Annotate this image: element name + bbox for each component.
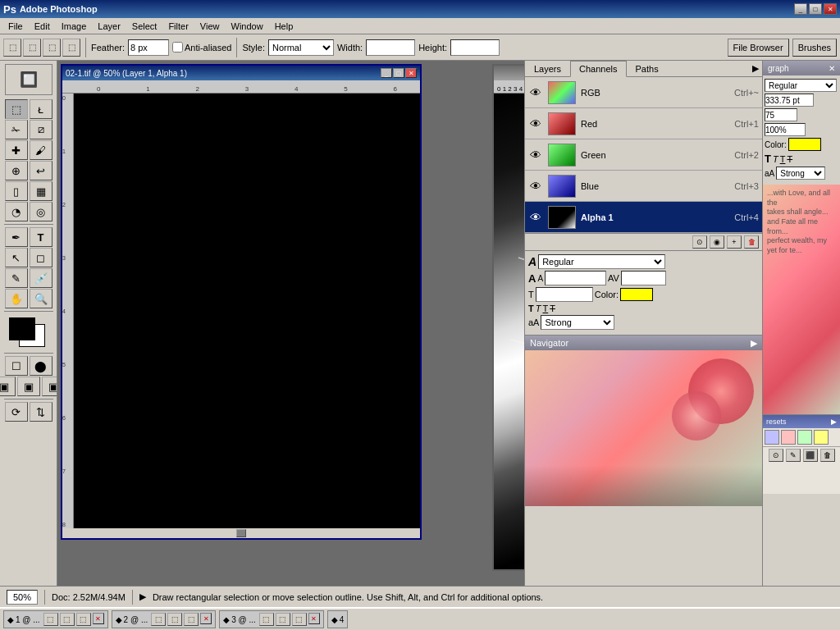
channel-row-blue[interactable]: 👁 Blue Ctrl+3 [525,171,762,202]
crop-tool[interactable]: ✁ [5,120,28,139]
frp-close[interactable]: ✕ [829,64,835,73]
taskbar-item-1[interactable]: ◆ 1 @ ... ⬚ ⬚ ⬚ ✕ [3,610,108,628]
doc-maximize[interactable]: □ [393,68,404,78]
channel-row-red[interactable]: 👁 Red Ctrl+1 [525,108,762,139]
frp-aa-select[interactable]: Strong [776,167,825,180]
scale-input[interactable]: 100% [536,287,593,302]
channel-row-green[interactable]: 👁 Green Ctrl+2 [525,139,762,171]
antialiasing-select[interactable]: Strong Smooth Crisp Sharp [541,315,614,330]
task-btn-2a[interactable]: ⬚ [151,613,166,626]
marquee-tool[interactable]: ⬚ [5,99,28,119]
quickmask-mode[interactable]: ⬤ [30,356,52,376]
font-size-input[interactable]: 333.75 pt [545,271,606,285]
extra-tool-1[interactable]: ⟳ [5,402,28,422]
taskbar-item-2[interactable]: ◆ 2 @ ... ⬚ ⬚ ⬚ ✕ [112,610,217,628]
extra-tool-2[interactable]: ⇅ [30,402,52,422]
task-close-1[interactable]: ✕ [93,613,104,624]
task-btn-3a[interactable]: ⬚ [259,613,274,626]
screen-mode-2[interactable]: ▣ [17,377,40,396]
color-selector[interactable] [9,317,48,350]
save-selection-btn[interactable]: ◉ [710,235,724,249]
brushes-button[interactable]: Brushes [792,39,837,57]
style-select[interactable]: Normal Fixed Ratio Fixed Size [268,39,334,56]
panel-menu-arrow[interactable]: ▶ [749,61,762,76]
tab-layers[interactable]: Layers [525,61,570,76]
task-btn-1c[interactable]: ⬚ [76,613,91,626]
brush-tool[interactable]: 🖌 [30,140,52,160]
screen-mode-3[interactable]: ▣ [42,377,58,396]
close-button[interactable]: ✕ [824,3,837,15]
channel-row-alpha[interactable]: 👁 Alpha 1 Ctrl+4 [525,202,762,233]
text-tool[interactable]: T [30,227,52,247]
channel-row-rgb[interactable]: 👁 RGB Ctrl+~ [525,77,762,108]
preset-item-4[interactable] [814,430,829,445]
tab-paths[interactable]: Paths [627,61,668,76]
delete-channel-btn[interactable]: 🗑 [744,235,759,249]
preset-arrow[interactable]: ▶ [831,418,837,426]
hand-tool[interactable]: ✋ [5,289,28,308]
zoom-tool[interactable]: 🔍 [30,289,52,308]
minimize-button[interactable]: _ [794,3,807,15]
visibility-green[interactable]: 👁 [528,148,543,162]
doc-canvas-primary[interactable] [74,94,420,528]
preset-btn-1[interactable]: ⊙ [769,449,783,462]
tool-preset-btn-2[interactable]: ⬚ [23,39,41,57]
font-family-select[interactable]: Regular [538,254,665,269]
task-btn-3b[interactable]: ⬚ [276,613,290,626]
slice-tool[interactable]: ⧄ [30,120,52,139]
menu-help[interactable]: Help [270,20,299,33]
load-channel-btn[interactable]: ⊙ [692,235,707,249]
visibility-alpha[interactable]: 👁 [528,211,543,224]
h-scroll-thumb[interactable] [236,529,246,537]
antialiased-checkbox[interactable] [172,42,183,52]
standard-mode[interactable]: ☐ [5,356,28,376]
doc2-canvas[interactable]: 乌色制作 DPA BBS·EP [494,94,524,569]
task-btn-2c[interactable]: ⬚ [184,613,199,626]
height-input[interactable] [450,39,500,56]
tool-preset-btn-1[interactable]: ⬚ [3,39,21,57]
preset-btn-3[interactable]: ⬛ [803,449,818,462]
graph-size-input[interactable] [765,94,814,107]
menu-edit[interactable]: Edit [30,20,55,33]
new-channel-btn[interactable]: + [727,235,742,249]
preset-btn-2[interactable]: ✎ [786,449,801,462]
tool-preset-btn-4[interactable]: ⬚ [62,39,80,57]
preset-item-1[interactable] [765,430,779,445]
foreground-color[interactable] [9,317,35,340]
visibility-rgb[interactable]: 👁 [528,86,543,99]
maximize-button[interactable]: □ [809,3,822,15]
sub-panel-arrow[interactable]: ▶ [751,338,757,349]
preset-item-2[interactable] [781,430,796,445]
file-browser-button[interactable]: File Browser [728,39,789,57]
tab-channels[interactable]: Channels [570,61,626,77]
menu-window[interactable]: Window [226,20,268,33]
pen-tool[interactable]: ✒ [5,227,28,247]
gradient-tool[interactable]: ▦ [30,181,52,201]
feather-input[interactable] [128,39,169,56]
screen-mode-1[interactable]: ▣ [0,377,16,396]
task-btn-1b[interactable]: ⬚ [60,613,75,626]
task-close-3[interactable]: ✕ [308,613,320,624]
task-close-2[interactable]: ✕ [200,613,212,624]
visibility-blue[interactable]: 👁 [528,180,543,193]
graph-style-select[interactable]: Regular [765,79,837,92]
task-btn-1a[interactable]: ⬚ [43,613,58,626]
kerning-input[interactable]: 75 [621,271,666,285]
graph-pct-input[interactable] [765,123,806,136]
menu-file[interactable]: File [3,20,28,33]
frp-color-swatch[interactable] [788,138,821,151]
doc-minimize[interactable]: _ [381,68,392,78]
visibility-red[interactable]: 👁 [528,117,543,130]
width-input[interactable] [366,39,415,56]
path-select-tool[interactable]: ↖ [5,248,28,267]
heal-tool[interactable]: ✚ [5,140,28,160]
menu-view[interactable]: View [195,20,225,33]
task-btn-3c[interactable]: ⬚ [292,613,307,626]
graph-num-input[interactable] [765,108,797,121]
menu-filter[interactable]: Filter [163,20,193,33]
clone-tool[interactable]: ⊕ [5,161,28,180]
tool-preset-btn-3[interactable]: ⬚ [43,39,61,57]
menu-layer[interactable]: Layer [93,20,126,33]
taskbar-item-4[interactable]: ◆ 4 [327,610,349,628]
taskbar-item-3[interactable]: ◆ 3 @ ... ⬚ ⬚ ⬚ ✕ [219,610,324,628]
